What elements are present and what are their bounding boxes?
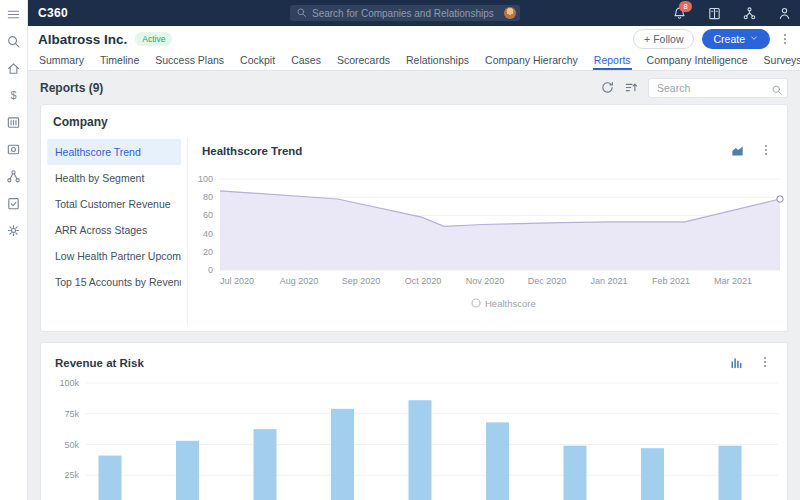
tab-cockpit[interactable]: Cockpit — [239, 54, 276, 70]
notification-badge: 8 — [679, 1, 692, 12]
bar[interactable] — [409, 400, 432, 500]
tab-surveys[interactable]: Surveys — [763, 54, 800, 70]
bar[interactable] — [719, 446, 742, 500]
reports-title: Reports (9) — [40, 81, 103, 95]
chart-kebab-menu[interactable] — [758, 355, 773, 370]
search-icon — [771, 82, 783, 100]
book-icon[interactable] — [707, 6, 722, 21]
svg-text:Mar 2021: Mar 2021 — [714, 276, 752, 286]
report-list-item[interactable]: Top 15 Accounts by Revenue... — [47, 269, 181, 295]
reports-search — [648, 78, 788, 98]
svg-text:Nov 2020: Nov 2020 — [466, 276, 505, 286]
create-button[interactable]: Create — [702, 29, 770, 49]
status-badge: Active — [135, 32, 172, 46]
dollar-icon[interactable]: $ — [6, 87, 22, 103]
dashboard-icon[interactable] — [6, 114, 22, 130]
bar[interactable] — [254, 429, 277, 500]
header-actions: + Follow Create — [633, 29, 792, 49]
tab-relationships[interactable]: Relationships — [405, 54, 470, 70]
svg-text:100k: 100k — [59, 378, 79, 388]
company-header: Albatross Inc. Active + Follow Create — [28, 26, 800, 52]
company-name: Albatross Inc. — [38, 32, 127, 47]
svg-text:80: 80 — [203, 192, 213, 202]
report-list-item[interactable]: Health by Segment — [47, 165, 181, 191]
tab-company-intelligence[interactable]: Company Intelligence — [646, 54, 749, 70]
nav-icon-group: 8 — [672, 0, 792, 26]
report-list-item[interactable]: Low Health Partner Upcoming... — [47, 243, 181, 269]
hierarchy-icon[interactable] — [6, 168, 22, 184]
bar-chart-icon[interactable] — [729, 355, 744, 370]
chart-title: Healthscore Trend — [202, 145, 302, 157]
chart-header: Healthscore Trend — [188, 137, 788, 158]
tab-summary[interactable]: Summary — [38, 54, 85, 70]
svg-text:$: $ — [11, 89, 17, 101]
menu-icon[interactable] — [6, 6, 22, 22]
reports-search-input[interactable] — [648, 78, 788, 98]
svg-text:100: 100 — [198, 174, 213, 184]
revenue-at-risk-chart[interactable]: 25k50k75k100k — [49, 376, 785, 500]
bar[interactable] — [486, 422, 509, 500]
svg-text:40: 40 — [203, 229, 213, 239]
svg-text:60: 60 — [203, 210, 213, 220]
sort-icon[interactable] — [624, 80, 639, 95]
tab-reports[interactable]: Reports — [593, 54, 632, 70]
company-report-card: Company Healthscore TrendHealth by Segme… — [40, 104, 788, 332]
bar[interactable] — [641, 448, 664, 500]
tab-timeline[interactable]: Timeline — [99, 54, 140, 70]
bar[interactable] — [176, 441, 199, 500]
report-list-item[interactable]: ARR Across Stages — [47, 217, 181, 243]
avatar[interactable] — [504, 7, 516, 19]
tasks-icon[interactable] — [6, 195, 22, 211]
follow-button[interactable]: + Follow — [633, 29, 694, 49]
report-list: Healthscore TrendHealth by SegmentTotal … — [41, 137, 187, 325]
area-chart-icon[interactable] — [730, 143, 745, 158]
svg-text:Jan 2021: Jan 2021 — [590, 276, 627, 286]
chart-title: Revenue at Risk — [55, 357, 144, 369]
svg-text:Sep 2020: Sep 2020 — [342, 276, 381, 286]
tab-cases[interactable]: Cases — [290, 54, 322, 70]
chart-kebab-menu[interactable] — [759, 143, 774, 158]
tab-scorecards[interactable]: Scorecards — [336, 54, 391, 70]
global-search[interactable] — [290, 5, 520, 21]
report-list-item[interactable]: Total Customer Revenue — [47, 191, 181, 217]
card-title: Company — [41, 105, 787, 129]
report-list-item[interactable]: Healthscore Trend — [47, 139, 181, 165]
home-icon[interactable] — [6, 60, 22, 76]
toolbar-actions — [600, 78, 788, 98]
main-content: Reports (9) Company Healthscore TrendHea… — [28, 71, 800, 500]
chart-actions — [730, 143, 774, 158]
person-icon[interactable] — [777, 6, 792, 21]
svg-text:Oct 2020: Oct 2020 — [405, 276, 442, 286]
svg-text:Jul 2020: Jul 2020 — [220, 276, 254, 286]
app-title: C360 — [38, 6, 68, 20]
tab-success-plans[interactable]: Success Plans — [154, 54, 225, 70]
svg-text:Healthscore: Healthscore — [485, 298, 536, 309]
global-search-input[interactable] — [312, 8, 504, 19]
camera-icon[interactable] — [6, 141, 22, 157]
org-icon[interactable] — [742, 6, 757, 21]
top-nav: C360 8 — [28, 0, 800, 26]
search-icon[interactable] — [6, 33, 22, 49]
bell-icon[interactable]: 8 — [672, 6, 687, 21]
svg-text:Dec 2020: Dec 2020 — [528, 276, 567, 286]
card-body: Healthscore TrendHealth by SegmentTotal … — [41, 137, 787, 325]
tab-company-hierarchy[interactable]: Company Hierarchy — [484, 54, 579, 70]
revenue-at-risk-card: Revenue at Risk 25k50k75k100k — [40, 342, 788, 500]
header-kebab-menu[interactable] — [778, 31, 792, 47]
healthscore-chart-panel: Healthscore Trend 020406080100Jul 2020Au… — [187, 137, 788, 325]
chart-header: Revenue at Risk — [41, 343, 787, 370]
bar[interactable] — [99, 456, 122, 500]
healthscore-trend-chart[interactable]: 020406080100Jul 2020Aug 2020Sep 2020Oct … — [188, 162, 788, 314]
svg-text:20: 20 — [203, 247, 213, 257]
svg-text:50k: 50k — [64, 440, 79, 450]
search-icon — [290, 4, 307, 22]
reports-toolbar: Reports (9) — [40, 71, 788, 104]
bar[interactable] — [564, 446, 587, 500]
tab-bar: SummaryTimelineSuccess PlansCockpitCases… — [28, 52, 800, 71]
chart-actions — [729, 355, 773, 370]
svg-text:Aug 2020: Aug 2020 — [280, 276, 319, 286]
refresh-icon[interactable] — [600, 80, 615, 95]
gear-icon[interactable] — [6, 222, 22, 238]
bar[interactable] — [331, 409, 354, 500]
app-sidebar: $ — [0, 0, 28, 500]
